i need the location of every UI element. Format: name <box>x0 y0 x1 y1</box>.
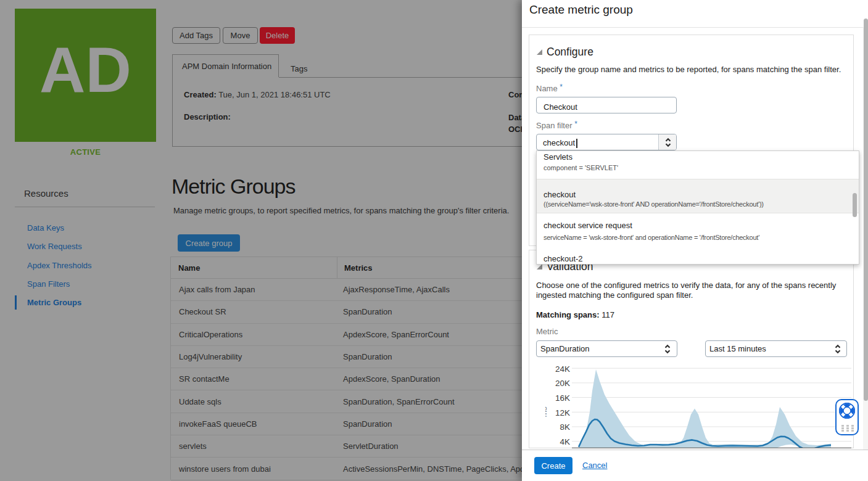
svg-text:24K: 24K <box>555 364 570 374</box>
svg-text:12K: 12K <box>555 408 570 417</box>
svg-text:20K: 20K <box>555 379 570 388</box>
svg-text:16K: 16K <box>555 393 570 403</box>
svg-text:ms: ms <box>545 406 548 417</box>
svg-text:8K: 8K <box>560 422 570 432</box>
svg-text:4K: 4K <box>560 437 570 446</box>
